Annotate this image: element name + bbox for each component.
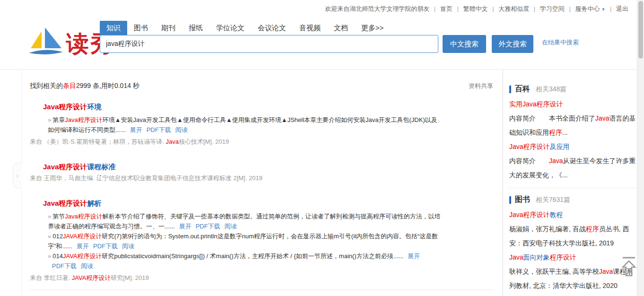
results-divider (30, 289, 493, 290)
share-materials-link[interactable]: 资料共享 (469, 82, 493, 90)
snippet-action-link[interactable]: 阅读 (225, 223, 237, 230)
topbar-link-service-center[interactable]: 服务中心▼ (575, 5, 605, 12)
text-segment: 环境▲安装Java开发工具包▲使用命令行工具▲使用集成开发环境▲JShell本章… (48, 116, 437, 133)
topbar-link-logout[interactable]: 退出 (616, 5, 628, 12)
result-snippet: »012JAVA程序设计研究(7)第9行的语句为：System.out.prin… (48, 231, 441, 251)
tab-books[interactable]: 图书 (127, 21, 155, 35)
result-title-link[interactable]: Java程序设计课程标准 (43, 163, 503, 171)
snippet-action-link[interactable]: PDF下载 (196, 223, 220, 230)
text-segment: 来自 李红日著. (30, 274, 72, 281)
tab-more[interactable]: 更多>> (355, 21, 391, 35)
result-snippet: »第章Java程序设计环境▲安装Java开发工具包▲使用命令行工具▲使用集成开发… (48, 115, 441, 135)
result-snippet: »第节Java程序设计解析本节介绍了修饰符、关键字及一些基本的数据类型。通过简单… (48, 211, 441, 231)
topbar-link-learning-space[interactable]: 学习空间 (540, 5, 565, 12)
snippet-action-link[interactable]: 展开 (130, 126, 142, 133)
results-list: Java程序设计环境»第章Java程序设计环境▲安装Java开发工具包▲使用命令… (30, 103, 503, 296)
sidebar-result-desc: 耿祥义，张跃平主编, 高等学校Java课程系列教材, 北京：清华大学出版社, 2… (509, 264, 637, 293)
snippet-action-link[interactable]: 阅读 (81, 262, 93, 270)
chinese-search-button[interactable]: 中文搜索 (443, 35, 486, 53)
expand-panel-tab[interactable]: › (13, 163, 22, 188)
text-segment: Java (595, 114, 609, 122)
result-title-link[interactable]: Java程序设计环境 (43, 103, 503, 111)
sidebar-result-link[interactable]: Java面向对象程序设计 (509, 250, 637, 264)
topbar-separator: | (434, 5, 435, 12)
topbar-link-dayasimilarity[interactable]: 大雅相似度 (498, 5, 529, 12)
tab-dissertations[interactable]: 学位论文 (209, 21, 251, 35)
sidebar-section-header: 图书相关7631篇 (509, 195, 637, 205)
text-segment: 内容简介 本书全面介绍了 (509, 114, 595, 122)
snippet-action-link[interactable]: PDF下载 (147, 126, 171, 133)
tab-newspapers[interactable]: 报纸 (182, 21, 209, 35)
topbar-separator: | (610, 5, 611, 12)
text-segment: 012 (52, 233, 63, 240)
search-type-tabs: 知识 图书 期刊 报纸 学位论文 会议论文 音视频 文档 更多>> (100, 21, 391, 35)
snippet-arrow-icon: » (48, 233, 51, 240)
text-segment: 核心技术[M]. 2019 (179, 138, 229, 145)
snippet-action-link[interactable]: 展开 (179, 223, 191, 230)
sidebar-result-link[interactable]: Java程序设计教程 (509, 208, 637, 222)
text-segment: 程序设计 (550, 253, 576, 261)
text-segment: 面向对象 (523, 253, 550, 261)
result-item: Java程序设计环境»第章Java程序设计环境▲安装Java开发工具包▲使用命令… (30, 103, 503, 146)
sidebar-result-desc: 内容简介 本书全面介绍了Java语言的基础知识和应用程序... (509, 111, 637, 139)
page-scrollbar (637, 0, 644, 296)
search-within-results-link[interactable]: 在结果中搜索 (542, 38, 579, 47)
text-segment: 实用 (509, 100, 522, 108)
back-to-top-button[interactable] (621, 256, 637, 279)
sidebar-result-link[interactable]: Java程序设计及应用 (509, 139, 637, 154)
snippet-action-link[interactable]: 阅读 (122, 243, 134, 250)
sidebar-result-link[interactable]: 实用Java程序设计 (509, 97, 637, 111)
text-segment: Java (599, 268, 613, 275)
results-panel: 找到相关的条目2999 条,用时0.014 秒 资料共享 Java程序设计环境»… (21, 70, 503, 296)
topbar-link-home[interactable]: 首页 (440, 5, 453, 12)
text-segment: 内容简介 (509, 157, 549, 165)
text-segment: 课程标准 (87, 163, 115, 171)
sidebar-items: Java程序设计教程杨淑娟，张万礼编著, 百战程序员丛书, 西安：西安电子科技大… (509, 208, 637, 293)
scrollbar-thumb[interactable] (638, 1, 643, 59)
topbar-separator: | (457, 5, 459, 12)
snippet-action-link[interactable]: 阅读 (175, 126, 188, 133)
sidebar-items: 实用Java程序设计内容简介 本书全面介绍了Java语言的基础知识和应用程序..… (509, 97, 637, 182)
sidebar-section-title: 百科 (515, 84, 530, 94)
text-segment: Java程序设计 (509, 211, 550, 218)
snippet-action-link[interactable]: PDF下载 (52, 262, 77, 270)
snippet-arrow-icon: » (48, 213, 51, 220)
text-segment: Java程序设计 (43, 163, 87, 171)
text-segment: 来自 王雨华，马彪主编. 辽宁信息技术职业教育集团电子信息技术课程标准 2[M]… (30, 174, 262, 182)
snippet-action-link[interactable]: 展开 (77, 243, 89, 250)
sailboat-logo-icon (27, 26, 64, 61)
topbar-link-traditional-chinese[interactable]: 繁體中文 (463, 5, 488, 12)
result-item: Java程序设计课程标准来自 王雨华，马彪主编. 辽宁信息技术职业教育集团电子信… (30, 163, 503, 182)
result-snippet: »014JAVA程序设计研究publicstaticvoidmain(Strin… (48, 251, 441, 271)
highlighted-keyword: 条目 (63, 82, 76, 89)
tab-journals[interactable]: 期刊 (155, 21, 182, 35)
text-segment: 及应用 (550, 143, 570, 150)
text-segment: ... (562, 129, 568, 136)
text-segment: Java (509, 253, 523, 261)
text-segment: 杨淑娟，张万礼编著, 百战 (509, 225, 586, 233)
result-count-text: 找到相关的条目2999 条,用时0.014 秒 (30, 82, 139, 90)
text-segment: Java程序设计 (522, 100, 563, 108)
snippet-action-link[interactable]: 展开 (408, 252, 420, 260)
text-segment: 第节 (52, 213, 65, 220)
search-input[interactable] (100, 35, 438, 53)
snippet-action-link[interactable]: PDF下载 (93, 243, 118, 250)
snippet-arrow-icon: » (48, 116, 51, 123)
result-source: 来自 王雨华，马彪主编. 辽宁信息技术职业教育集团电子信息技术课程标准 2[M]… (30, 174, 503, 182)
text-segment: JAVA程序设计 (72, 274, 111, 281)
sidebar-section-header: 百科相关348篇 (509, 84, 637, 94)
result-title-link[interactable]: Java程序设计解析 (43, 199, 503, 208)
foreign-search-button[interactable]: 外文搜索 (492, 35, 533, 53)
topbar: 欢迎来自湖北师范大学文理学院的朋友 | 首页 | 繁體中文 | 大雅相似度 | … (325, 5, 628, 13)
sidebar-section-count: 相关348篇 (536, 85, 566, 94)
text-segment: Java程序设计 (65, 116, 102, 123)
tab-knowledge[interactable]: 知识 (100, 21, 127, 35)
result-source: 来自 李红日著. JAVA程序设计研究[M]. 2019 (30, 274, 503, 282)
tab-audio-video[interactable]: 音视频 (293, 21, 327, 35)
text-segment: 014 (52, 252, 63, 260)
text-segment: 教程 (550, 211, 563, 218)
tab-conference-papers[interactable]: 会议论文 (251, 21, 293, 35)
tab-documents[interactable]: 文档 (327, 21, 355, 35)
sidebar-section: 图书相关7631篇Java程序设计教程杨淑娟，张万礼编著, 百战程序员丛书, 西… (509, 188, 637, 293)
sidebar-section-title: 图书 (515, 195, 530, 205)
